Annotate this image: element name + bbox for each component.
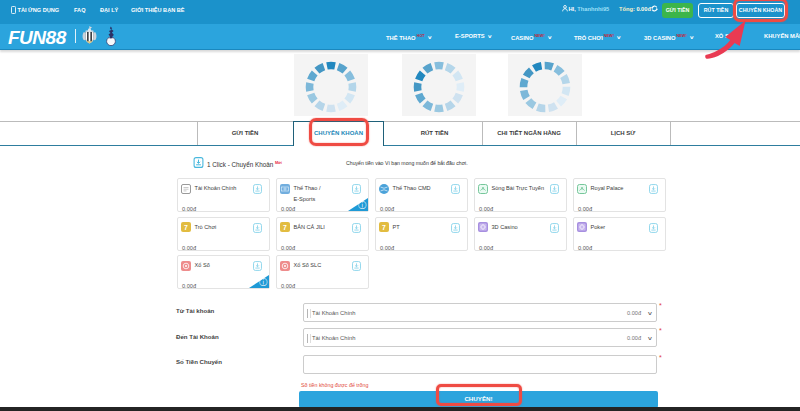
svg-text:7: 7 <box>184 224 188 231</box>
svg-text:7: 7 <box>283 224 287 231</box>
svg-text:7: 7 <box>382 224 386 231</box>
